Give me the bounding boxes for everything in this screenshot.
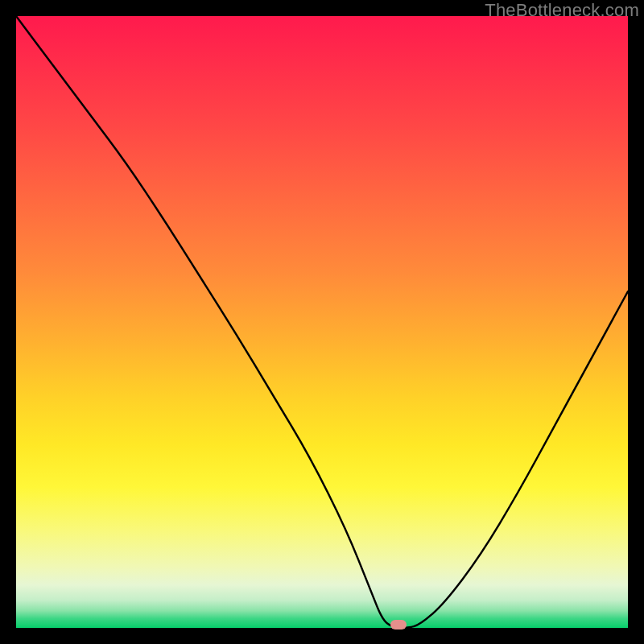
chart-frame: TheBottleneck.com <box>0 0 644 644</box>
bottleneck-curve <box>16 16 628 628</box>
watermark-text: TheBottleneck.com <box>485 0 639 21</box>
plot-area <box>16 16 628 628</box>
optimal-point-marker <box>390 620 407 630</box>
